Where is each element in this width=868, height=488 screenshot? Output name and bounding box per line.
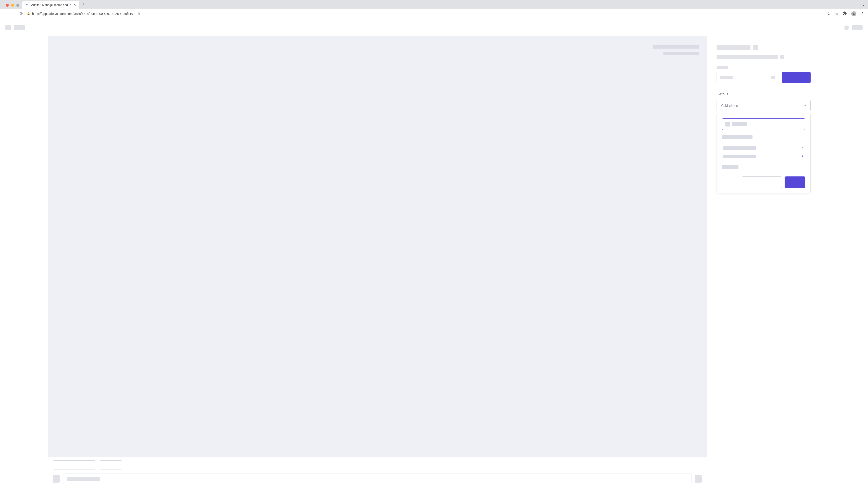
- primary-action-button[interactable]: [782, 72, 811, 84]
- app-header-right: [844, 25, 863, 30]
- store-option-label-skeleton: [723, 155, 756, 158]
- title-row: [717, 45, 811, 51]
- add-store-dropdown[interactable]: Add store: [717, 100, 811, 111]
- list-header-skeleton: [722, 135, 752, 139]
- share-icon[interactable]: [827, 11, 831, 16]
- profile-icon[interactable]: [851, 11, 856, 16]
- comment-row: [53, 474, 702, 484]
- svg-point-0: [853, 13, 855, 14]
- chevron-down-icon: [771, 76, 775, 79]
- canvas-area: [48, 36, 707, 457]
- app-title-skeleton: [14, 25, 25, 30]
- status-value-skeleton: [720, 76, 733, 79]
- left-panel: [0, 36, 707, 488]
- tab-favicon-icon: ✦: [25, 3, 29, 6]
- status-row: [717, 72, 811, 84]
- bottom-actions: [53, 460, 702, 469]
- comment-placeholder-skeleton: [67, 477, 100, 481]
- comment-input[interactable]: [63, 474, 691, 484]
- label-skeleton: [717, 66, 728, 69]
- skeleton-line: [663, 52, 699, 55]
- bottom-bar: [48, 457, 707, 488]
- lock-icon: 🔒: [27, 12, 30, 15]
- panel-actions: [717, 172, 810, 188]
- new-tab-button[interactable]: +: [79, 1, 88, 8]
- header-user-skeleton: [852, 25, 863, 30]
- subtitle-skeleton: [717, 55, 778, 59]
- chevron-right-icon: [801, 146, 804, 150]
- close-tab-icon[interactable]: ✕: [73, 3, 76, 6]
- store-search-input[interactable]: [722, 119, 805, 130]
- extensions-icon[interactable]: [843, 11, 847, 16]
- right-panel: Details Add store: [707, 36, 820, 488]
- app-header-left: [5, 25, 25, 30]
- confirm-button[interactable]: [784, 176, 805, 188]
- cancel-button[interactable]: [742, 176, 782, 188]
- browser-chrome: ✦ iAuditor: Manage Teams and In ✕ + ⌄ ← …: [0, 0, 868, 19]
- window-controls: [5, 4, 22, 8]
- add-store-placeholder: Add store: [721, 103, 738, 108]
- url-field[interactable]: 🔒 https://app.safetyculture.com/tasks/43…: [27, 12, 824, 15]
- chevron-up-icon: [803, 104, 806, 107]
- search-placeholder-skeleton: [732, 122, 747, 126]
- details-section-title: Details: [717, 92, 811, 96]
- bottom-action-button-1[interactable]: [53, 460, 96, 469]
- app-header: [0, 19, 868, 36]
- title-icon-skeleton: [753, 45, 758, 50]
- list-footer-skeleton: [722, 165, 739, 169]
- close-window-icon[interactable]: [6, 4, 9, 7]
- toolbar-icons: ☆ ⋮: [827, 11, 864, 16]
- title-skeleton: [717, 45, 750, 51]
- subtitle-icon-skeleton: [780, 55, 784, 59]
- bookmark-icon[interactable]: ☆: [835, 11, 838, 16]
- tab-bar: ✦ iAuditor: Manage Teams and In ✕ + ⌄: [0, 0, 868, 8]
- app-logo-skeleton: [5, 25, 11, 30]
- right-spacer: [820, 36, 868, 488]
- store-option-label-skeleton: [723, 147, 756, 150]
- browser-tab[interactable]: ✦ iAuditor: Manage Teams and In ✕: [22, 1, 79, 8]
- store-dropdown-panel: [717, 113, 811, 193]
- menu-icon[interactable]: ⋮: [861, 11, 864, 16]
- store-option[interactable]: [722, 152, 805, 161]
- subtitle-row: [717, 55, 811, 59]
- chevron-right-icon: [801, 155, 804, 159]
- bottom-action-button-2[interactable]: [99, 460, 122, 469]
- search-icon: [725, 122, 730, 127]
- skeleton-line: [653, 45, 699, 48]
- tab-title: iAuditor: Manage Teams and In: [31, 3, 71, 6]
- header-icon-skeleton: [844, 26, 848, 30]
- maximize-window-icon[interactable]: [16, 4, 19, 7]
- canvas-meta-skeleton: [653, 45, 699, 59]
- forward-button[interactable]: →: [11, 11, 16, 16]
- main-content: Details Add store: [0, 36, 868, 488]
- store-option[interactable]: [722, 144, 805, 152]
- url-text: https://app.safetyculture.com/tasks/431a…: [32, 12, 140, 15]
- reload-button[interactable]: ⟳: [19, 11, 24, 16]
- tabs-dropdown-icon[interactable]: ⌄: [862, 2, 868, 8]
- avatar-skeleton: [53, 475, 60, 483]
- minimize-window-icon[interactable]: [11, 4, 14, 7]
- send-button-skeleton[interactable]: [694, 475, 702, 483]
- address-bar: ← → ⟳ 🔒 https://app.safetyculture.com/ta…: [0, 8, 868, 19]
- back-button[interactable]: ←: [4, 11, 8, 16]
- status-select[interactable]: [717, 72, 779, 84]
